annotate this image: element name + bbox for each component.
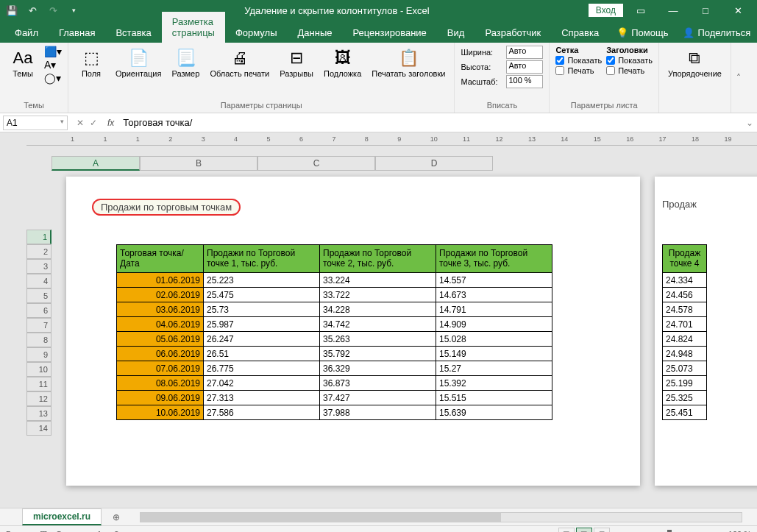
table-cell[interactable]: 34.228 [320, 302, 436, 317]
table-cell[interactable]: 24.948 [663, 347, 707, 361]
table-cell[interactable]: 15.392 [436, 376, 552, 391]
height-select[interactable]: Авто [506, 60, 543, 74]
table-cell[interactable]: 26.247 [204, 332, 320, 347]
new-sheet-button[interactable]: ⊕ [107, 508, 125, 526]
worksheet-area[interactable]: 1112345678910111213141516171819 ABCD 123… [0, 132, 757, 508]
expand-formula-icon[interactable]: ⌄ [742, 118, 757, 128]
table-cell[interactable]: 15.515 [436, 391, 552, 405]
maximize-button[interactable]: □ [691, 0, 720, 21]
table-cell[interactable]: 34.742 [320, 317, 436, 332]
table-cell[interactable]: 37.988 [320, 405, 436, 420]
table-cell[interactable]: 15.028 [436, 332, 552, 347]
row-header[interactable]: 1 [26, 230, 51, 244]
table-cell[interactable]: 14.909 [436, 317, 552, 332]
gridlines-print-checkbox[interactable] [555, 66, 564, 75]
share-button[interactable]: 👤Поделиться [675, 23, 757, 43]
row-header[interactable]: 4 [26, 274, 51, 288]
zoom-out-button[interactable]: − [619, 530, 623, 533]
table-cell[interactable]: 25.73 [204, 302, 320, 317]
tab-file[interactable]: Файл [4, 23, 49, 43]
column-header[interactable]: D [375, 156, 493, 171]
normal-view-button[interactable]: ▦ [558, 528, 575, 533]
table-cell[interactable]: 10.06.2019 [117, 405, 204, 420]
orientation-button[interactable]: 📄Ориентация [113, 46, 164, 79]
table-cell[interactable]: 15.149 [436, 347, 552, 361]
row-header[interactable]: 8 [26, 333, 51, 347]
fonts-icon[interactable]: A▾ [44, 59, 62, 71]
row-header[interactable]: 9 [26, 347, 51, 362]
table-cell[interactable]: 36.329 [320, 361, 436, 376]
headings-print-checkbox[interactable] [606, 66, 615, 75]
table-cell[interactable]: 01.06.2019 [117, 273, 204, 288]
table-cell[interactable]: 25.451 [663, 405, 707, 420]
row-header[interactable]: 7 [26, 318, 51, 333]
colors-icon[interactable]: 🟦▾ [44, 46, 62, 57]
tab-view[interactable]: Вид [437, 23, 475, 43]
table-cell[interactable]: 07.06.2019 [117, 361, 204, 376]
table-cell[interactable]: 08.06.2019 [117, 376, 204, 391]
table-cell[interactable]: 35.792 [320, 347, 436, 361]
login-button[interactable]: Вход [589, 4, 623, 17]
horizontal-scrollbar[interactable] [140, 512, 742, 522]
table-cell[interactable]: 05.06.2019 [117, 332, 204, 347]
table-cell[interactable]: 37.427 [320, 391, 436, 405]
gridlines-view-checkbox[interactable] [555, 56, 564, 65]
breaks-button[interactable]: ⊟Разрывы [277, 46, 316, 79]
row-header[interactable]: 12 [26, 391, 51, 406]
enter-icon[interactable]: ✓ [90, 118, 97, 128]
zoom-level[interactable]: 100 % [728, 530, 751, 533]
size-button[interactable]: 📃Размер [168, 46, 202, 79]
row-header[interactable]: 11 [26, 377, 51, 391]
table-cell[interactable]: 25.073 [663, 361, 707, 376]
row-header[interactable]: 5 [26, 288, 51, 303]
table-cell[interactable]: 25.325 [663, 391, 707, 405]
tab-help[interactable]: Справка [551, 23, 609, 43]
formula-input[interactable]: Торговая точка/ [118, 116, 742, 130]
page2-header[interactable]: Продаж [655, 177, 757, 219]
margins-button[interactable]: ⬚Поля [74, 46, 108, 79]
qat-dropdown-icon[interactable]: ▾ [66, 3, 81, 18]
column-header[interactable]: A [51, 156, 140, 171]
row-header[interactable]: 14 [26, 421, 51, 436]
table-cell[interactable]: 14.673 [436, 288, 552, 302]
headings-view-checkbox[interactable] [606, 56, 615, 65]
table-cell[interactable]: 09.06.2019 [117, 391, 204, 405]
print-titles-button[interactable]: 📋Печатать заголовки [369, 46, 448, 79]
ribbon-display-icon[interactable]: ▭ [626, 0, 655, 21]
tab-formulas[interactable]: Формулы [225, 23, 288, 43]
table-cell[interactable]: 14.791 [436, 302, 552, 317]
table-header[interactable]: Продаж точке 4 [663, 245, 707, 273]
close-button[interactable]: ✕ [723, 0, 753, 21]
tell-me-button[interactable]: 💡Помощь [609, 23, 675, 43]
row-header[interactable]: 3 [26, 259, 51, 274]
page-break-view-button[interactable]: ⊞ [594, 528, 610, 533]
row-header[interactable]: 6 [26, 303, 51, 318]
table-cell[interactable]: 27.042 [204, 376, 320, 391]
undo-icon[interactable]: ↶ [25, 3, 40, 18]
table-cell[interactable]: 24.578 [663, 302, 707, 317]
table-cell[interactable]: 04.06.2019 [117, 317, 204, 332]
tab-home[interactable]: Главная [49, 23, 105, 43]
table-cell[interactable]: 33.722 [320, 288, 436, 302]
arrange-button[interactable]: ⧉Упорядочение [665, 46, 725, 79]
table-cell[interactable]: 25.475 [204, 288, 320, 302]
column-header[interactable]: B [140, 156, 257, 171]
table-cell[interactable]: 26.51 [204, 347, 320, 361]
macro-record-icon[interactable]: ▦ [40, 529, 47, 532]
table-cell[interactable]: 35.263 [320, 332, 436, 347]
table-cell[interactable]: 15.27 [436, 361, 552, 376]
table-cell[interactable]: 36.873 [320, 376, 436, 391]
table-cell[interactable]: 06.06.2019 [117, 347, 204, 361]
themes-button[interactable]: Aa Темы [6, 46, 40, 79]
tab-review[interactable]: Рецензирование [342, 23, 436, 43]
print-area-button[interactable]: 🖨Область печати [207, 46, 272, 79]
column-header[interactable]: C [257, 156, 375, 171]
row-header[interactable]: 2 [26, 244, 51, 259]
tab-data[interactable]: Данные [288, 23, 343, 43]
table-header[interactable]: Продажи по Торговой точке 3, тыс. руб. [436, 245, 552, 273]
table-cell[interactable]: 02.06.2019 [117, 288, 204, 302]
collapse-ribbon-icon[interactable]: ˄ [731, 43, 746, 113]
table-cell[interactable]: 25.199 [663, 376, 707, 391]
zoom-in-button[interactable]: + [714, 530, 719, 533]
width-select[interactable]: Авто [506, 46, 543, 59]
